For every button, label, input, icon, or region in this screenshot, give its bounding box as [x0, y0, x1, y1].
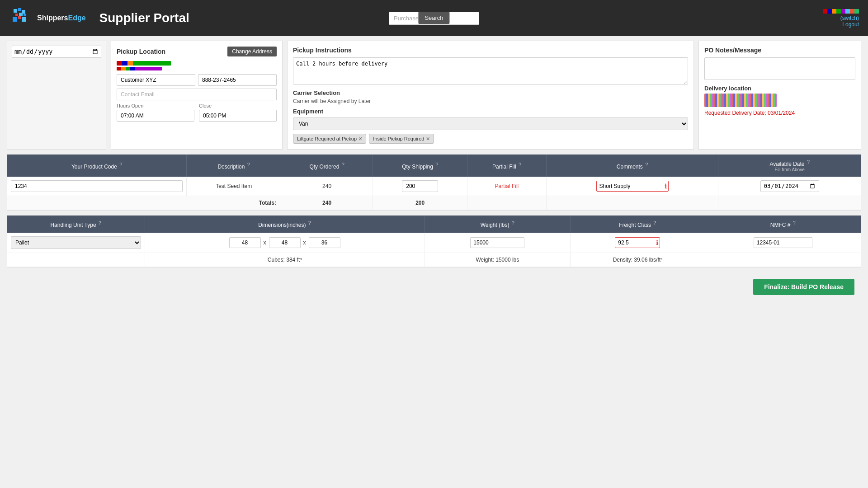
- weight-summary-value: Weight: 15000 lbs: [476, 257, 519, 263]
- logout-link[interactable]: Logout: [842, 21, 859, 28]
- liftgate-tag: Liftgate Required at Pickup ×: [293, 134, 366, 144]
- phone-input[interactable]: [198, 74, 277, 86]
- liftgate-tag-remove[interactable]: ×: [359, 136, 362, 142]
- requested-date-label: Requested Delivery Date:: [704, 110, 766, 116]
- col-partial-fill: Partial Fill ?: [467, 155, 547, 177]
- comment-wrap: ℹ: [596, 181, 669, 192]
- fill-from-above-label[interactable]: Fill from Above: [722, 167, 857, 172]
- qty-shipping-input[interactable]: [402, 180, 438, 192]
- col-dimensions: Dimensions(inches) ?: [145, 216, 425, 233]
- search-button[interactable]: Search: [418, 12, 449, 24]
- summary-cubes: Cubes: 384 ft³: [145, 253, 425, 267]
- logo-part1: Shippers: [37, 14, 68, 22]
- inside-pickup-tag-label: Inside Pickup Required: [373, 136, 424, 141]
- po-notes-title: PO Notes/Message: [704, 47, 855, 54]
- cell-nmfc: [705, 233, 861, 253]
- svg-rect-0: [14, 9, 17, 13]
- finalize-button[interactable]: Finalize: Build PO Release: [753, 279, 854, 295]
- summary-weight: Weight: 15000 lbs: [425, 253, 571, 267]
- totals-date-cell: [718, 196, 861, 210]
- summary-empty-cell: [7, 253, 145, 267]
- svg-rect-4: [19, 13, 23, 16]
- totals-partial-fill-cell: [467, 196, 547, 210]
- handling-table: Handling Unit Type ? Dimensions(inches) …: [7, 216, 861, 267]
- cell-dimensions: x x: [145, 233, 425, 253]
- col-product-code: Your Product Code ?: [7, 155, 187, 177]
- pickup-location-panel: Pickup Location Change Address Hours Ope…: [111, 41, 283, 150]
- tags-row: Liftgate Required at Pickup × Inside Pic…: [293, 134, 688, 144]
- nmfc-input[interactable]: [754, 237, 812, 248]
- col-freight-class: Freight Class ?: [571, 216, 705, 233]
- cell-comments: ℹ: [546, 177, 718, 196]
- total-qty-shipping: 200: [373, 196, 467, 210]
- freight-info-icon[interactable]: ℹ: [656, 239, 658, 246]
- col-qty-ordered: Qty Ordered ?: [281, 155, 373, 177]
- delivery-location-label: Delivery location: [704, 85, 855, 92]
- weight-input[interactable]: [470, 237, 524, 248]
- qty-ordered-value: 240: [322, 183, 331, 189]
- cell-description: Test Seed Item: [187, 177, 281, 196]
- customer-name-input[interactable]: [117, 74, 195, 86]
- col-comments: Comments ?: [546, 155, 718, 177]
- inside-pickup-tag-remove[interactable]: ×: [426, 136, 429, 142]
- cell-freight-class: ℹ: [571, 233, 705, 253]
- pickup-location-header: Pickup Location Change Address: [117, 47, 277, 56]
- po-notes-textarea[interactable]: [704, 57, 855, 80]
- carrier-selection-value: Carrier will be Assigned by Later: [293, 98, 688, 104]
- equipment-select[interactable]: Van Flatbed Reefer Box Truck: [293, 117, 688, 130]
- close-col: Close: [199, 103, 277, 122]
- dim3-input[interactable]: [309, 237, 340, 248]
- handling-unit-select[interactable]: Pallet Box Crate Drum: [11, 236, 141, 249]
- requested-date-value: 03/01/2024: [768, 110, 795, 116]
- header-pixel-art: [823, 9, 859, 15]
- density-value: Density: 39.06 lbs/ft³: [613, 257, 662, 263]
- search-area: Search: [389, 12, 479, 25]
- date-picker[interactable]: [12, 46, 101, 58]
- comment-info-icon[interactable]: ℹ: [665, 183, 667, 190]
- cubes-value: Cubes: 384 ft³: [268, 257, 302, 263]
- totals-label: Totals:: [7, 196, 281, 210]
- cell-weight: [425, 233, 571, 253]
- col-weight: Weight (lbs) ?: [425, 216, 571, 233]
- freight-wrap: ℹ: [615, 237, 660, 248]
- totals-row: Totals: 240 200: [7, 196, 861, 210]
- contact-email-input[interactable]: [117, 89, 277, 100]
- pickup-address-pixels: [117, 61, 277, 70]
- pickup-instructions-textarea[interactable]: Call 2 hours before delivery: [293, 57, 688, 84]
- hours-open-col: Hours Open: [117, 103, 194, 122]
- dim2-input[interactable]: [269, 237, 301, 248]
- cell-qty-ordered: 240: [281, 177, 373, 196]
- svg-rect-6: [13, 17, 17, 22]
- logo-part2: Edge: [68, 14, 85, 22]
- app-header: ShippersEdge Supplier Portal Search (swi…: [0, 0, 868, 36]
- close-time-input[interactable]: [199, 110, 277, 122]
- table-row: Test Seed Item 240 Partial Fill ℹ: [7, 177, 861, 196]
- partial-fill-link[interactable]: Partial Fill: [495, 183, 519, 189]
- dim1-input[interactable]: [229, 237, 261, 248]
- dim-x1: x: [264, 239, 266, 246]
- comment-input[interactable]: [596, 181, 669, 192]
- switch-link[interactable]: (switch): [840, 15, 859, 21]
- top-section: Pickup Location Change Address Hours Ope…: [7, 41, 861, 150]
- handling-table-header-row: Handling Unit Type ? Dimensions(inches) …: [7, 216, 861, 233]
- totals-comments-cell: [546, 196, 718, 210]
- col-handling-unit: Handling Unit Type ?: [7, 216, 145, 233]
- freight-class-input[interactable]: [615, 237, 660, 248]
- col-available-date: Available Date ? Fill from Above: [718, 155, 861, 177]
- hours-open-input[interactable]: [117, 110, 194, 122]
- col-nmfc: NMFC # ?: [705, 216, 861, 233]
- inside-pickup-tag: Inside Pickup Required ×: [369, 134, 434, 144]
- logo-text: ShippersEdge: [37, 14, 86, 22]
- dim-x2: x: [303, 239, 306, 246]
- main-content: Pickup Location Change Address Hours Ope…: [0, 36, 868, 304]
- svg-rect-1: [18, 8, 21, 11]
- available-date-input[interactable]: [760, 180, 819, 192]
- change-address-button[interactable]: Change Address: [227, 47, 277, 56]
- product-table-header-row: Your Product Code ? Description ? Qty Or…: [7, 155, 861, 177]
- logo-area: ShippersEdge: [9, 6, 86, 30]
- requested-delivery-date: Requested Delivery Date: 03/01/2024: [704, 110, 855, 116]
- product-code-input[interactable]: [11, 180, 183, 192]
- handling-table-section: Handling Unit Type ? Dimensions(inches) …: [7, 215, 861, 267]
- col-qty-shipping: Qty Shipping ?: [373, 155, 467, 177]
- product-table: Your Product Code ? Description ? Qty Or…: [7, 155, 861, 210]
